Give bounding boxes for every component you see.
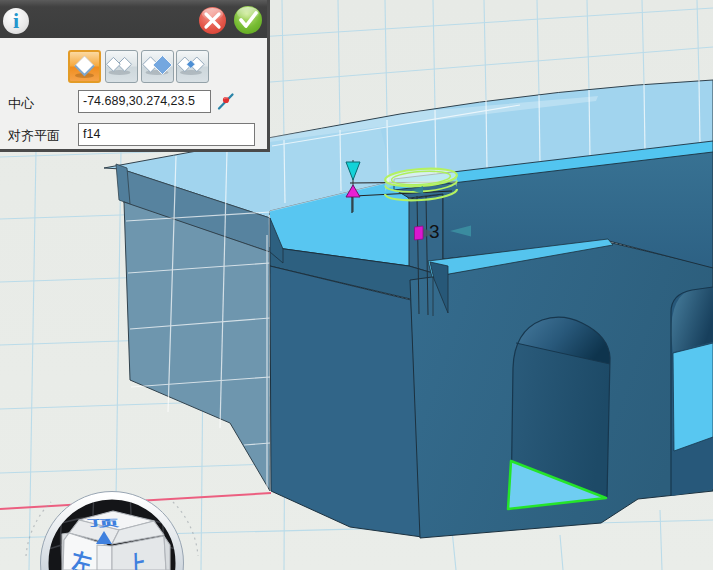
svg-text:3: 3 [429, 221, 440, 242]
svg-text:顶: 顶 [86, 517, 121, 528]
svg-text:左: 左 [70, 547, 92, 570]
svg-text:上: 上 [125, 549, 146, 570]
